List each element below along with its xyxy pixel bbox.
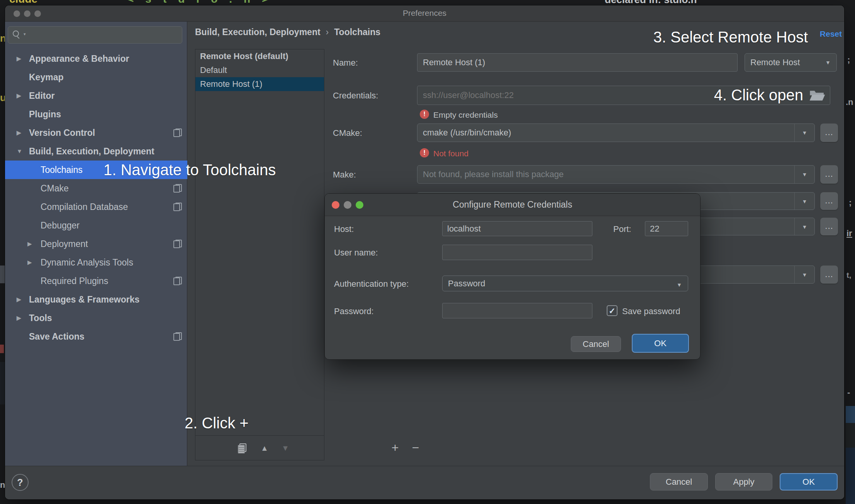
search-input[interactable] [31,27,178,42]
sidebar-item-compilation-database[interactable]: Compilation Database [5,198,187,216]
background-code-fragment: <stdio.h> [127,0,398,5]
background-left-block [0,362,5,404]
help-icon[interactable]: ? [12,474,29,491]
username-field[interactable] [442,245,592,260]
dropdown-arrow-icon [794,166,814,183]
list-item-remote-host-1[interactable]: Remote Host (1) [195,77,324,91]
minimize-icon[interactable] [344,201,351,209]
breadcrumb-build-execution-deployment[interactable]: Build, Execution, Deployment [195,27,321,37]
zoom-icon[interactable] [356,201,363,209]
list-item-remote-host-default[interactable]: Remote Host (default) [195,49,324,63]
dialog-ok-button[interactable]: OK [632,334,689,353]
minus-icon[interactable]: − [409,436,422,460]
dialog-title: Configure Remote Credentials [325,194,700,215]
cmake-error-text: Not found [433,149,468,158]
cmake-browse-button[interactable]: ... [820,123,838,142]
sidebar-item-plugins[interactable]: Plugins [5,105,187,123]
background-left-block [0,266,5,283]
close-icon[interactable] [14,10,20,17]
sidebar-item-tools[interactable]: ▶Tools [5,309,187,327]
shared-settings-icon [173,332,182,341]
dialog-cancel-button[interactable]: Cancel [571,336,621,352]
reset-link[interactable]: Reset [820,29,842,39]
sidebar-item-editor[interactable]: ▶Editor [5,86,187,105]
expand-right-icon[interactable]: ▶ [17,290,21,309]
cmake-select[interactable]: cmake (/usr/bin/cmake) [417,123,815,142]
background-right-block [846,423,855,448]
background-left-block [0,345,4,353]
port-field[interactable] [645,221,688,236]
background-left-edge-fragment: u [0,92,5,102]
background-left-edge-fragment: n [0,32,5,42]
sidebar-item-languages-frameworks[interactable]: ▶Languages & Frameworks [5,290,187,309]
error-icon [420,148,429,157]
background-right-edge-fragment: .n [846,97,855,107]
toolchain-type-select[interactable]: Remote Host [745,53,837,72]
sidebar-item-cmake[interactable]: CMake [5,179,187,198]
breadcrumb-separator: › [326,27,329,37]
dropdown-arrow-icon [819,54,836,71]
window-title: Preferences [5,5,844,21]
plus-icon[interactable]: + [388,436,402,460]
move-down-icon[interactable]: ▼ [279,436,292,460]
port-label: Port: [613,224,631,234]
zoom-icon[interactable] [34,10,41,17]
sidebar-item-deployment[interactable]: ▶Deployment [5,235,187,253]
close-icon[interactable] [332,201,339,209]
background-code-fragment: clude [9,0,121,5]
expand-right-icon[interactable]: ▶ [17,309,21,327]
expand-right-icon[interactable]: ▶ [17,49,21,68]
apply-button[interactable]: Apply [715,473,772,490]
background-right-edge-fragment: - [847,387,855,397]
expand-right-icon[interactable]: ▶ [27,253,32,272]
background-right-edge-fragment: ir [847,228,855,238]
make-label: Make: [333,170,356,180]
host-field[interactable] [442,221,592,236]
dropdown-arrow-icon [794,193,814,210]
expand-right-icon[interactable]: ▶ [17,86,21,105]
credentials-label: Credentials: [333,91,378,101]
make-browse-button[interactable]: ... [820,165,838,184]
settings-search-box[interactable]: ▾ [8,26,182,44]
dropdown-arrow-icon [794,266,814,283]
background-tooltip-fragment: declared in: stdio.h [605,0,821,5]
expand-right-icon[interactable]: ▶ [27,235,32,253]
c-compiler-browse-button[interactable]: ... [820,192,838,210]
sidebar-item-keymap[interactable]: Keymap [5,68,187,86]
sidebar-item-debugger[interactable]: Debugger [5,216,187,235]
cmake-label: CMake: [333,128,362,138]
cpp-compiler-browse-button[interactable]: ... [820,218,838,235]
host-label: Host: [334,224,354,234]
sidebar-item-dynamic-analysis-tools[interactable]: ▶Dynamic Analysis Tools [5,253,187,272]
breadcrumb-toolchains: Toolchains [334,27,380,37]
debugger-browse-button[interactable]: ... [820,266,838,284]
auth-type-label: Authentication type: [334,279,409,289]
error-icon [420,110,429,119]
make-select[interactable]: Not found, please install this package [417,165,815,184]
cancel-button[interactable]: Cancel [650,473,708,490]
background-right-edge-fragment: t, [847,271,855,281]
settings-tree: ▶Appearance & Behavior Keymap ▶Editor Pl… [5,49,187,346]
password-label: Password: [334,306,374,316]
sidebar-item-required-plugins[interactable]: Required Plugins [5,272,187,290]
annotation-step1: 1. Navigate to Toolchains [103,161,276,179]
auth-type-select[interactable]: Password [442,276,688,291]
shared-settings-icon [173,184,182,193]
sidebar-item-build-execution-deployment[interactable]: ▼Build, Execution, Deployment [5,142,187,161]
list-item-default[interactable]: Default [195,63,324,77]
minimize-icon[interactable] [24,10,31,17]
sidebar-item-save-actions[interactable]: Save Actions [5,327,187,346]
sidebar-item-version-control[interactable]: ▶Version Control [5,123,187,142]
expand-down-icon[interactable]: ▼ [17,142,22,161]
move-up-icon[interactable]: ▲ [258,436,271,460]
ok-button[interactable]: OK [780,473,838,490]
password-field[interactable] [442,303,592,318]
background-right-edge-fragment: ; [849,198,855,208]
expand-right-icon[interactable]: ▶ [17,123,21,142]
save-password-label: Save password [622,306,680,316]
sidebar-item-appearance-behavior[interactable]: ▶Appearance & Behavior [5,49,187,68]
save-password-checkbox[interactable] [607,305,618,316]
duplicate-icon[interactable] [237,443,247,453]
folder-open-icon[interactable] [809,88,826,103]
name-field[interactable] [417,53,738,72]
